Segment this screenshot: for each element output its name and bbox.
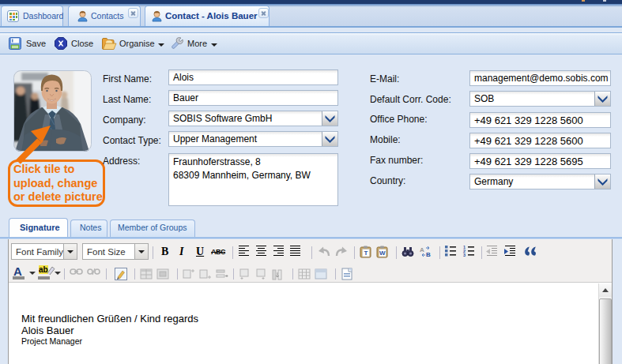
- svg-text:W: W: [379, 250, 386, 257]
- svg-text:T: T: [364, 250, 368, 257]
- svg-text:3: 3: [463, 253, 466, 257]
- svg-text:A: A: [420, 246, 424, 253]
- svg-text:B: B: [426, 251, 431, 258]
